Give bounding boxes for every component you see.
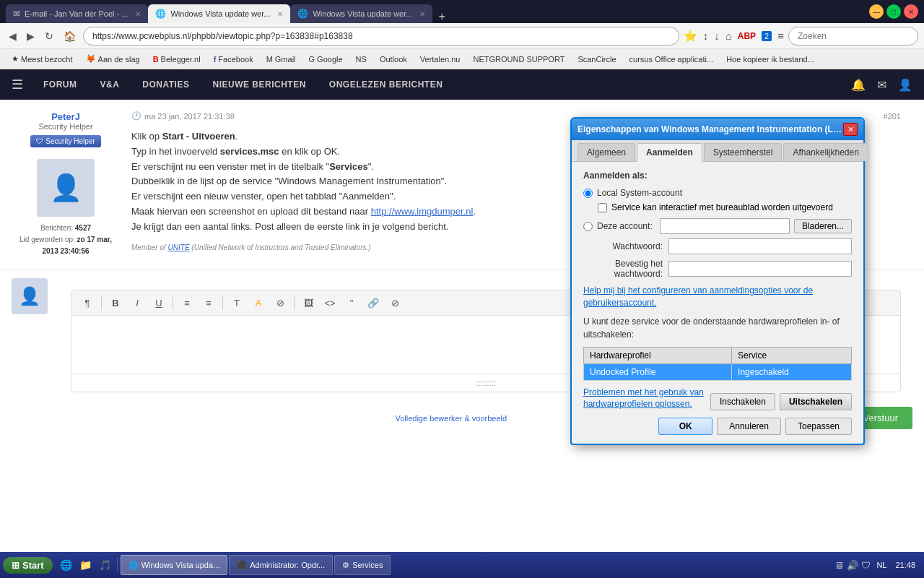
taskbar-vista-label: Windows Vista upda... <box>141 561 220 569</box>
taskbar-item-services[interactable]: ⚙ Services <box>334 555 391 575</box>
configureer-link[interactable]: Help mij bij het configureren van aanmel… <box>583 285 852 309</box>
aanmelden-als-label: Aanmelden als: <box>583 171 852 181</box>
profiles-table-row[interactable]: Undocked Profile Ingeschakeld <box>584 363 852 380</box>
tray-network-icon[interactable]: 🖥 <box>834 560 844 571</box>
dialog-title: Eigenschappen van Windows Management Ins… <box>578 124 843 134</box>
taskbar-services-label: Services <box>352 561 383 569</box>
profiles-table-cell-service: Ingeschakeld <box>732 363 852 380</box>
dialog-tab-algemeen[interactable]: Algemeen <box>578 143 635 161</box>
start-button[interactable]: ⊞ Start <box>3 557 53 574</box>
radio-account-input[interactable] <box>583 222 593 231</box>
system-tray: 🖥 🔊 🛡 NL <box>834 560 889 571</box>
dialog-overlay: Eigenschappen van Windows Management Ins… <box>0 0 924 578</box>
radio-account-group: Deze account: Bladeren... <box>583 218 852 234</box>
uitschakelen-button[interactable]: Uitschakelen <box>780 393 852 410</box>
taskbar-time: 21:48 <box>895 561 915 569</box>
taskbar-media-icon[interactable]: 🎵 <box>96 559 114 571</box>
taskbar-admin-label: Administrator: Opdr... <box>250 561 325 569</box>
taskbar-quick-launch: 🌐 📁 🎵 <box>57 559 114 571</box>
dialog-tab-systeemherstel[interactable]: Systeemherstel <box>704 143 783 161</box>
taskbar-services-icon: ⚙ <box>342 561 349 570</box>
dialog-info-text: U kunt deze service voor de onderstaande… <box>583 315 852 341</box>
taskbar-admin-icon: ⬛ <box>237 561 247 570</box>
wachtwoord-input[interactable] <box>668 238 852 254</box>
dialog-close-button[interactable]: ✕ <box>843 123 858 136</box>
radio-local-system: Local System-account <box>583 188 852 198</box>
taskbar-vista-icon: 🌐 <box>128 561 139 570</box>
toepassen-button[interactable]: Toepassen <box>785 418 852 435</box>
taskbar-right: 🖥 🔊 🛡 NL 21:48 <box>829 560 921 571</box>
wachtwoord-row: Wachtwoord: <box>583 238 852 254</box>
dialog-body: Aanmelden als: Local System-account Serv… <box>572 162 863 444</box>
bevestig-input[interactable] <box>668 261 852 277</box>
radio-local-label: Local System-account <box>597 188 682 198</box>
checkbox-desktop-label: Service kan interactief met bureaublad w… <box>611 202 833 212</box>
start-windows-icon: ⊞ <box>12 560 19 571</box>
browse-button[interactable]: Bladeren... <box>794 219 852 233</box>
dialog-btn-row: OK Annuleren Toepassen <box>583 418 852 435</box>
profile-action-buttons: Inschakelen Uitschakelen <box>710 393 852 410</box>
windows-dialog: Eigenschappen van Windows Management Ins… <box>570 117 865 445</box>
bevestig-label: Bevestig het wachtwoord: <box>583 259 663 279</box>
tray-sound-icon[interactable]: 🔊 <box>847 560 858 571</box>
profiles-table: Hardwareprofiel Service Undocked Profile… <box>583 347 852 381</box>
taskbar-explorer-icon[interactable]: 📁 <box>77 559 95 571</box>
taskbar-item-vista[interactable]: 🌐 Windows Vista upda... <box>121 555 228 575</box>
account-input[interactable] <box>660 218 790 234</box>
taskbar-sep-1 <box>117 558 118 572</box>
radio-account-label: Deze account: <box>597 221 653 231</box>
dialog-tab-afhankelijkheden[interactable]: Afhankelijkheden <box>783 143 868 161</box>
ok-button[interactable]: OK <box>658 418 712 435</box>
inschakelen-button[interactable]: Inschakelen <box>710 393 775 410</box>
taskbar-ie-icon[interactable]: 🌐 <box>57 559 75 571</box>
dialog-tabs: Algemeen Aanmelden Systeemherstel Afhank… <box>572 140 863 162</box>
wachtwoord-label: Wachtwoord: <box>583 241 663 251</box>
start-label: Start <box>22 560 44 571</box>
profiles-col-header-profile: Hardwareprofiel <box>584 347 732 363</box>
hardwareprofielen-link[interactable]: Problemen met het gebruik van hardwarepr… <box>583 387 710 411</box>
taskbar-item-admin[interactable]: ⬛ Administrator: Opdr... <box>229 555 333 575</box>
dialog-link-row: Problemen met het gebruik van hardwarepr… <box>583 387 852 411</box>
profiles-col-header-service: Service <box>732 347 852 363</box>
taskbar: ⊞ Start 🌐 📁 🎵 🌐 Windows Vista upda... ⬛ … <box>0 552 924 578</box>
taskbar-clock: 21:48 <box>895 561 915 569</box>
bevestig-row: Bevestig het wachtwoord: <box>583 259 852 279</box>
dialog-titlebar: Eigenschappen van Windows Management Ins… <box>572 118 863 140</box>
annuleren-button[interactable]: Annuleren <box>717 418 781 435</box>
tray-security-icon[interactable]: 🛡 <box>861 560 871 571</box>
dialog-tab-aanmelden[interactable]: Aanmelden <box>637 143 702 162</box>
taskbar-locale: NL <box>873 561 889 569</box>
radio-local-input[interactable] <box>583 189 593 198</box>
profiles-table-cell-profile: Undocked Profile <box>584 363 732 380</box>
checkbox-desktop-group: Service kan interactief met bureaublad w… <box>598 202 852 212</box>
checkbox-desktop-input[interactable] <box>598 203 607 212</box>
